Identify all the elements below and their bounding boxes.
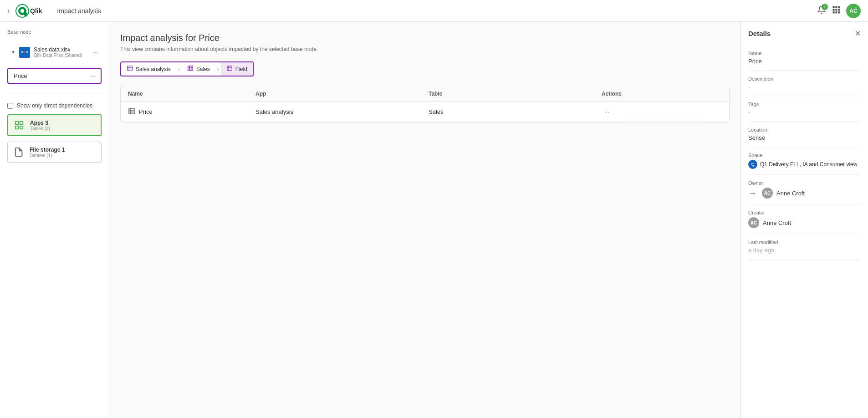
row-icon: [128, 107, 135, 116]
direct-deps-checkbox[interactable]: [7, 103, 13, 109]
page-title: Impact analysis for Price: [120, 33, 730, 43]
description-label: Description: [748, 76, 861, 82]
breadcrumb-item-sales[interactable]: Sales: [182, 62, 215, 76]
svg-rect-10: [838, 9, 840, 10]
cell-name: Price: [128, 107, 255, 116]
file-storage-dep-item[interactable]: File storage 1 Dataset (1): [7, 142, 102, 163]
svg-rect-21: [129, 108, 134, 114]
table-header: Name App Table Actions: [121, 86, 729, 102]
creator-row: AC Anne Croft: [748, 217, 861, 228]
svg-rect-14: [15, 122, 18, 124]
owner-arrow-icon: →: [748, 189, 756, 198]
breadcrumb-item-sales-analysis[interactable]: Sales analysis: [121, 62, 176, 76]
details-header: Details ✕: [748, 29, 861, 38]
svg-rect-15: [20, 122, 23, 124]
price-tag-label: Price: [14, 72, 27, 79]
cell-app: Sales analysis: [255, 108, 429, 115]
apps-dep-item[interactable]: Apps 3 Tables (3): [7, 114, 102, 136]
detail-modified-section: Last modified a day ago: [748, 234, 861, 260]
table-icon: [187, 65, 194, 73]
svg-rect-9: [835, 9, 837, 10]
breadcrumb-item-field[interactable]: Field: [221, 62, 253, 76]
tags-label: Tags: [748, 102, 861, 107]
direct-deps-label: Show only direct dependencies: [17, 102, 92, 109]
detail-tags-section: Tags -: [748, 96, 861, 122]
file-name: Sales data.xlsx: [34, 46, 89, 53]
apps-icon: [13, 119, 26, 132]
name-value: Price: [748, 58, 861, 65]
col-actions: Actions: [602, 91, 722, 97]
cell-table: Sales: [429, 108, 602, 115]
svg-point-3: [24, 12, 27, 16]
detail-name-section: Name Price: [748, 45, 861, 71]
direct-deps-checkbox-row[interactable]: Show only direct dependencies: [7, 102, 102, 109]
file-node[interactable]: ▼ XLS Sales data.xlsx Qlik Data Files (S…: [7, 44, 102, 61]
modified-value: a day ago: [748, 247, 861, 254]
space-text: Q1 Delivery FLL, IA and Consumer view: [760, 161, 857, 168]
breadcrumb-sep-2: ›: [215, 63, 221, 75]
svg-rect-16: [15, 126, 18, 129]
detail-location-section: Location Sense: [748, 122, 861, 147]
breadcrumb-label-field: Field: [235, 66, 247, 72]
breadcrumb-label-sales-analysis: Sales analysis: [136, 66, 171, 72]
creator-label: Creator: [748, 210, 861, 215]
topbar-right-actions: 1 AC: [817, 4, 861, 18]
main-content: Impact analysis for Price This view cont…: [109, 22, 740, 418]
owner-label: Owner: [748, 180, 861, 186]
svg-rect-5: [833, 6, 835, 8]
file-sub: Qlik Data Files (Shared): [34, 53, 89, 58]
details-panel: Details ✕ Name Price Description - Tags …: [740, 22, 868, 418]
col-app: App: [255, 91, 429, 97]
owner-value: Anne Croft: [776, 190, 805, 197]
chart-icon: [127, 65, 133, 73]
breadcrumb: Sales analysis › Sales › Field: [120, 61, 254, 76]
owner-avatar: AC: [762, 188, 773, 199]
detail-space-section: Space Q Q1 Delivery FLL, IA and Consumer…: [748, 147, 861, 175]
breadcrumb-sep-1: ›: [176, 63, 182, 75]
back-button[interactable]: ‹: [7, 7, 10, 15]
notification-button[interactable]: 1: [817, 5, 826, 16]
expand-icon: ▼: [11, 50, 15, 55]
location-value: Sense: [748, 134, 861, 141]
space-value-row: Q Q1 Delivery FLL, IA and Consumer view: [748, 160, 861, 169]
qlik-logo: Qlik: [15, 4, 51, 18]
svg-rect-8: [833, 9, 835, 10]
file-more-button[interactable]: ···: [93, 49, 98, 56]
base-node-label: Base node: [7, 29, 102, 35]
row-actions-button[interactable]: ···: [602, 107, 612, 116]
svg-point-2: [20, 9, 24, 13]
name-label: Name: [748, 51, 861, 56]
creator-value: Anne Croft: [763, 219, 791, 226]
modified-label: Last modified: [748, 240, 861, 245]
col-name: Name: [128, 91, 255, 97]
xlsx-icon: XLS: [19, 47, 30, 58]
context-menu: ℹ Details Make the base node Go to lin: [620, 122, 711, 122]
svg-rect-18: [128, 66, 133, 71]
impact-table: Name App Table Actions Price Sales analy…: [120, 86, 730, 122]
apps-title: Apps 3: [30, 120, 96, 126]
sidebar-divider: [7, 93, 102, 93]
space-label: Space: [748, 153, 861, 158]
svg-rect-19: [188, 66, 193, 71]
detail-description-section: Description -: [748, 71, 861, 96]
space-icon: Q: [748, 160, 757, 169]
main-layout: Base node ▼ XLS Sales data.xlsx Qlik Dat…: [0, 22, 868, 418]
svg-rect-20: [227, 66, 232, 71]
svg-rect-12: [835, 11, 837, 13]
price-more-button[interactable]: ···: [90, 72, 95, 79]
storage-sub: Dataset (1): [30, 153, 97, 158]
price-tag[interactable]: Price ···: [7, 68, 102, 84]
svg-rect-13: [838, 11, 840, 13]
tags-value: -: [748, 109, 861, 116]
storage-icon: [12, 146, 25, 158]
details-title: Details: [748, 30, 771, 37]
col-table: Table: [429, 91, 602, 97]
user-avatar[interactable]: AC: [846, 4, 861, 18]
creator-avatar: AC: [748, 217, 759, 228]
svg-rect-11: [833, 11, 835, 13]
details-close-button[interactable]: ✕: [855, 29, 861, 38]
cell-actions: ···: [602, 107, 722, 116]
notification-badge: 1: [822, 4, 828, 10]
apps-grid-button[interactable]: [832, 5, 841, 16]
apps-sub: Tables (3): [30, 126, 96, 131]
